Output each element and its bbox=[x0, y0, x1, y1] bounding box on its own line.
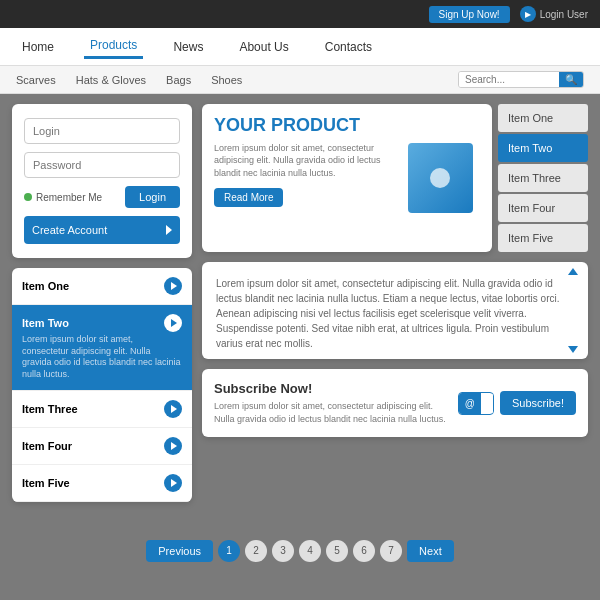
triangle-icon-1 bbox=[171, 282, 177, 290]
right-item-2[interactable]: Item Two bbox=[498, 134, 588, 162]
subnav-shoes[interactable]: Shoes bbox=[211, 74, 242, 86]
nav-contacts[interactable]: Contacts bbox=[319, 36, 378, 58]
triangle-icon-3 bbox=[171, 405, 177, 413]
email-input-wrap: @ bbox=[458, 392, 494, 415]
subscribe-button[interactable]: Subscribe! bbox=[500, 391, 576, 415]
password-input[interactable] bbox=[24, 152, 180, 178]
page-6[interactable]: 6 bbox=[353, 540, 375, 562]
product-panel: YOUR PRODUCT Lorem ipsum dolor sit amet,… bbox=[202, 104, 492, 252]
triangle-icon-4 bbox=[171, 442, 177, 450]
left-column: Remember Me Login Create Account Item On… bbox=[12, 104, 192, 502]
arrow-right-icon bbox=[166, 225, 172, 235]
page-4[interactable]: 4 bbox=[299, 540, 321, 562]
product-title: YOUR PRODUCT bbox=[214, 116, 394, 136]
page-2[interactable]: 2 bbox=[245, 540, 267, 562]
sub-nav: Scarves Hats & Gloves Bags Shoes 🔍 bbox=[0, 66, 600, 94]
login-user-area: ▶ Login User bbox=[520, 6, 588, 22]
product-box-icon bbox=[408, 143, 473, 213]
list-item-2[interactable]: Item Two Lorem ipsum dolor sit amet, con… bbox=[12, 305, 192, 391]
top-bar: Sign Up Now! ▶ Login User bbox=[0, 0, 600, 28]
nav-products[interactable]: Products bbox=[84, 34, 143, 59]
subnav-bags[interactable]: Bags bbox=[166, 74, 191, 86]
subscribe-panel: Subscribe Now! Lorem ipsum dolor sit ame… bbox=[202, 369, 588, 437]
product-image bbox=[400, 116, 480, 240]
left-list: Item One Item Two Lorem ipsum dolor sit … bbox=[12, 268, 192, 502]
right-item-4[interactable]: Item Four bbox=[498, 194, 588, 222]
product-area: YOUR PRODUCT Lorem ipsum dolor sit amet,… bbox=[202, 104, 588, 252]
product-text: YOUR PRODUCT Lorem ipsum dolor sit amet,… bbox=[214, 116, 394, 240]
list-item-1[interactable]: Item One bbox=[12, 268, 192, 305]
remember-row: Remember Me Login bbox=[24, 186, 180, 208]
triangle-icon-5 bbox=[171, 479, 177, 487]
login-button[interactable]: Login bbox=[125, 186, 180, 208]
list-item-4[interactable]: Item Four bbox=[12, 428, 192, 465]
play-icon-3 bbox=[164, 400, 182, 418]
text-panel: Lorem ipsum dolor sit amet, consectetur … bbox=[202, 262, 588, 359]
nav-about[interactable]: About Us bbox=[233, 36, 294, 58]
remember-label[interactable]: Remember Me bbox=[24, 192, 102, 203]
login-form: Remember Me Login Create Account bbox=[12, 104, 192, 258]
play-icon-1 bbox=[164, 277, 182, 295]
user-icon: ▶ bbox=[520, 6, 536, 22]
list-item-5[interactable]: Item Five bbox=[12, 465, 192, 502]
search-input[interactable] bbox=[459, 72, 559, 87]
right-column: YOUR PRODUCT Lorem ipsum dolor sit amet,… bbox=[202, 104, 588, 502]
subscribe-desc: Lorem ipsum dolor sit amet, consectetur … bbox=[214, 400, 448, 425]
subnav-hats[interactable]: Hats & Gloves bbox=[76, 74, 146, 86]
login-input[interactable] bbox=[24, 118, 180, 144]
triangle-icon-2 bbox=[171, 319, 177, 327]
nav-news[interactable]: News bbox=[167, 36, 209, 58]
email-icon: @ bbox=[459, 393, 481, 414]
scroll-down-icon[interactable] bbox=[568, 346, 578, 353]
subscribe-input-row: @ Subscribe! bbox=[458, 391, 576, 415]
login-user-label: Login User bbox=[540, 9, 588, 20]
play-icon-2 bbox=[164, 314, 182, 332]
nav-bar: Home Products News About Us Contacts bbox=[0, 28, 600, 66]
text-content: Lorem ipsum dolor sit amet, consectetur … bbox=[216, 276, 574, 351]
right-item-1[interactable]: Item One bbox=[498, 104, 588, 132]
subscribe-title: Subscribe Now! bbox=[214, 381, 448, 396]
green-dot-icon bbox=[24, 193, 32, 201]
page-1[interactable]: 1 bbox=[218, 540, 240, 562]
scroll-up-icon[interactable] bbox=[568, 268, 578, 275]
page-7[interactable]: 7 bbox=[380, 540, 402, 562]
item-list-right: Item One Item Two Item Three Item Four I… bbox=[498, 104, 588, 252]
subscribe-text: Subscribe Now! Lorem ipsum dolor sit ame… bbox=[214, 381, 448, 425]
page-3[interactable]: 3 bbox=[272, 540, 294, 562]
create-account-button[interactable]: Create Account bbox=[24, 216, 180, 244]
play-icon-4 bbox=[164, 437, 182, 455]
right-item-3[interactable]: Item Three bbox=[498, 164, 588, 192]
next-button[interactable]: Next bbox=[407, 540, 454, 562]
email-input[interactable] bbox=[481, 394, 493, 413]
read-more-button[interactable]: Read More bbox=[214, 188, 283, 207]
search-button[interactable]: 🔍 bbox=[559, 72, 583, 87]
page-5[interactable]: 5 bbox=[326, 540, 348, 562]
nav-home[interactable]: Home bbox=[16, 36, 60, 58]
signup-button[interactable]: Sign Up Now! bbox=[429, 6, 510, 23]
product-desc: Lorem ipsum dolor sit amet, consectetur … bbox=[214, 142, 394, 180]
subnav-scarves[interactable]: Scarves bbox=[16, 74, 56, 86]
search-bar: 🔍 bbox=[458, 71, 584, 88]
play-icon-5 bbox=[164, 474, 182, 492]
main-content: Remember Me Login Create Account Item On… bbox=[0, 94, 600, 532]
prev-button[interactable]: Previous bbox=[146, 540, 213, 562]
pagination: Previous 1 2 3 4 5 6 7 Next bbox=[0, 532, 600, 566]
list-item-3[interactable]: Item Three bbox=[12, 391, 192, 428]
right-item-5[interactable]: Item Five bbox=[498, 224, 588, 252]
